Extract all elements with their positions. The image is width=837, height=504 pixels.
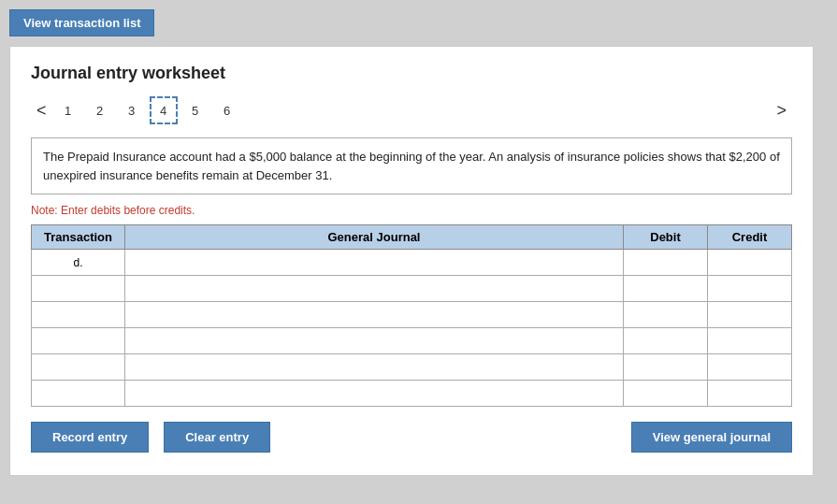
debit-input-4[interactable] (628, 356, 703, 378)
pagination-page-1[interactable]: 1 (54, 96, 82, 124)
credit-cell-4[interactable] (708, 354, 792, 381)
credit-cell-0[interactable] (708, 250, 792, 276)
pagination-prev-arrow[interactable]: < (31, 99, 52, 122)
debit-input-1[interactable] (628, 278, 703, 299)
transaction-cell-3 (32, 328, 125, 354)
journal-table: Transaction General Journal Debit Credit… (31, 224, 792, 407)
transaction-cell-1 (32, 276, 125, 302)
transaction-cell-4 (32, 354, 125, 381)
clear-entry-button[interactable]: Clear entry (164, 422, 270, 453)
journal-cell-2[interactable] (125, 302, 624, 328)
header-debit: Debit (624, 225, 708, 250)
table-row (32, 328, 792, 354)
debit-cell-4[interactable] (624, 354, 708, 381)
transaction-cell-5 (32, 381, 125, 407)
pagination-page-6[interactable]: 6 (213, 96, 241, 124)
journal-input-5[interactable] (129, 382, 619, 404)
credit-cell-3[interactable] (708, 328, 792, 354)
debit-cell-1[interactable] (624, 276, 708, 302)
journal-input-3[interactable] (129, 330, 619, 352)
journal-cell-3[interactable] (125, 328, 624, 354)
debit-input-2[interactable] (628, 304, 703, 325)
main-container: Journal entry worksheet < 1 2 3 4 5 6 > … (9, 46, 814, 476)
debit-cell-2[interactable] (624, 302, 708, 328)
view-transaction-list-button[interactable]: View transaction list (9, 9, 154, 36)
pagination-page-2[interactable]: 2 (86, 96, 114, 124)
journal-cell-5[interactable] (125, 381, 624, 407)
journal-input-1[interactable] (129, 278, 619, 299)
transaction-cell-2 (32, 302, 125, 328)
pagination: < 1 2 3 4 5 6 > (31, 96, 792, 124)
pagination-page-3[interactable]: 3 (118, 96, 146, 124)
bottom-buttons: Record entry Clear entry View general jo… (31, 422, 792, 453)
credit-input-0[interactable] (712, 252, 787, 273)
debit-cell-0[interactable] (624, 250, 708, 276)
credit-input-4[interactable] (712, 356, 787, 378)
debit-cell-3[interactable] (624, 328, 708, 354)
page-title: Journal entry worksheet (31, 64, 792, 83)
credit-input-3[interactable] (712, 330, 787, 352)
credit-input-2[interactable] (712, 304, 787, 325)
table-row (32, 302, 792, 328)
view-general-journal-button[interactable]: View general journal (631, 422, 792, 453)
table-row (32, 381, 792, 407)
description-box: The Prepaid Insurance account had a $5,0… (31, 137, 792, 194)
credit-input-5[interactable] (712, 382, 787, 404)
record-entry-button[interactable]: Record entry (31, 422, 149, 453)
debit-input-3[interactable] (628, 330, 703, 352)
journal-cell-4[interactable] (125, 354, 624, 381)
credit-cell-1[interactable] (708, 276, 792, 302)
table-row (32, 276, 792, 302)
pagination-next-arrow[interactable]: > (771, 99, 792, 122)
journal-input-0[interactable] (129, 252, 619, 273)
journal-cell-1[interactable] (125, 276, 624, 302)
journal-cell-0[interactable] (125, 250, 624, 276)
table-row: d. (32, 250, 792, 276)
pagination-page-5[interactable]: 5 (181, 96, 209, 124)
debit-input-5[interactable] (628, 382, 703, 404)
table-row (32, 354, 792, 381)
credit-input-1[interactable] (712, 278, 787, 299)
note-text: Note: Enter debits before credits. (31, 204, 792, 217)
header-general-journal: General Journal (125, 225, 624, 250)
journal-input-2[interactable] (129, 304, 619, 325)
journal-input-4[interactable] (129, 356, 619, 378)
credit-cell-2[interactable] (708, 302, 792, 328)
header-credit: Credit (708, 225, 792, 250)
credit-cell-5[interactable] (708, 381, 792, 407)
pagination-page-4[interactable]: 4 (150, 96, 178, 124)
debit-cell-5[interactable] (624, 381, 708, 407)
debit-input-0[interactable] (628, 252, 703, 273)
header-transaction: Transaction (32, 225, 125, 250)
transaction-cell-0: d. (32, 250, 125, 276)
